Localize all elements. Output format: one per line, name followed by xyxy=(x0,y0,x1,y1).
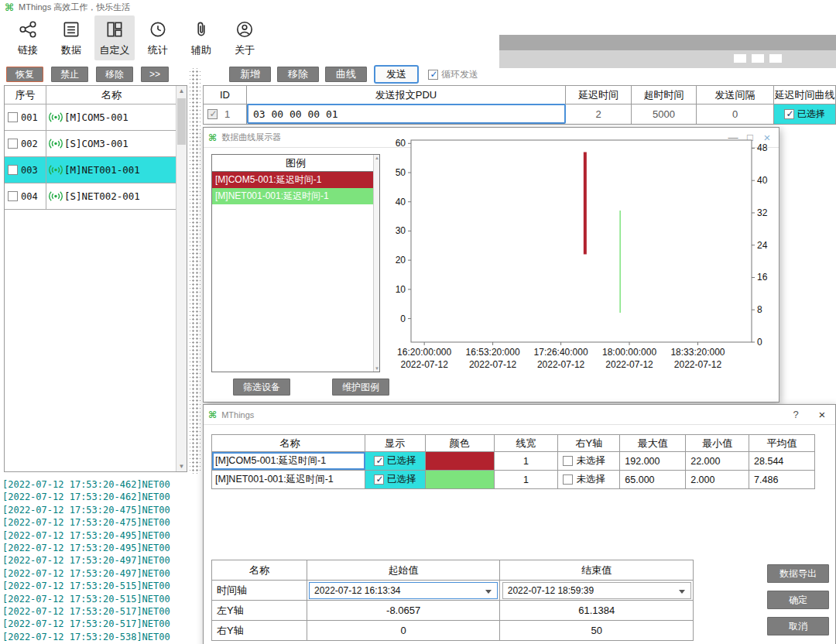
series-row[interactable]: [M]COM5-001:延迟时间-1 已选择 1 未选择 192.000 22.… xyxy=(212,452,815,471)
device-row[interactable]: 002 [S]COM3-001 xyxy=(5,131,187,157)
device-table-scrollbar[interactable]: ▲ ▼ xyxy=(176,86,187,471)
device-index: 003 xyxy=(21,165,38,176)
mdi-maximize-button[interactable] xyxy=(752,54,764,63)
legend-header: 图例 xyxy=(212,155,379,172)
toolbar-item-data[interactable]: 数据 xyxy=(51,15,91,60)
loop-send-option[interactable]: 循环发送 xyxy=(428,68,478,81)
linewidth-cell[interactable]: 1 xyxy=(495,471,559,488)
device-row[interactable]: 004 [S]NET002-001 xyxy=(5,183,187,210)
series-name-cell[interactable]: [M]NET001-001:延迟时间-1 xyxy=(212,471,365,488)
row-checkbox[interactable] xyxy=(8,191,18,201)
device-index: 004 xyxy=(21,191,38,202)
dialog-titlebar[interactable]: ⌘ MThings ? × xyxy=(204,405,835,425)
send-table-row[interactable]: 1 03 00 00 00 01 2 5000 0 已选择 xyxy=(204,104,836,125)
curve-settings-dialog: ⌘ MThings ? × 名称 显示 颜色 线宽 右Y轴 最大值 最小值 平均… xyxy=(203,404,836,644)
avg-cell: 28.544 xyxy=(749,452,815,470)
toolbar-item-stats[interactable]: 统计 xyxy=(138,15,178,60)
color-swatch[interactable] xyxy=(426,471,495,488)
close-icon[interactable]: × xyxy=(814,405,831,424)
disable-button[interactable]: 禁止 xyxy=(51,67,88,82)
delay-value[interactable]: 2 xyxy=(566,104,632,124)
legend-item[interactable]: [M]COM5-001:延迟时间-1 xyxy=(212,172,373,188)
row-checkbox[interactable] xyxy=(8,165,18,175)
ok-button[interactable]: 确定 xyxy=(767,591,829,609)
right-y-start[interactable]: 0 xyxy=(307,621,501,640)
toolbar-item-about[interactable]: 关于 xyxy=(224,15,265,60)
axis-name: 时间轴 xyxy=(212,581,307,600)
curve-button[interactable]: 曲线 xyxy=(325,67,367,82)
remove-device-button[interactable]: 移除 xyxy=(96,67,133,82)
mdi-minimize-button[interactable] xyxy=(734,54,746,63)
interval-value[interactable]: 0 xyxy=(697,104,774,124)
toolbar-item-custom[interactable]: 自定义 xyxy=(94,15,135,60)
row-checkbox[interactable] xyxy=(8,112,18,122)
scrollbar-thumb[interactable] xyxy=(177,98,186,145)
column-header-index: 序号 xyxy=(5,86,46,104)
loop-send-checkbox[interactable] xyxy=(428,70,438,80)
series-row[interactable]: [M]NET001-001:延迟时间-1 已选择 1 未选择 65.000 2.… xyxy=(212,471,815,489)
timeout-value[interactable]: 5000 xyxy=(632,104,697,124)
curve-selected-cell[interactable]: 已选择 xyxy=(774,104,836,124)
toolbar-item-assist[interactable]: 辅助 xyxy=(181,15,221,60)
add-button[interactable]: 新增 xyxy=(229,67,271,82)
legend-item[interactable]: [M]NET001-001:延迟时间-1 xyxy=(212,188,373,204)
righty-cell[interactable]: 未选择 xyxy=(558,452,620,470)
restore-button[interactable]: 恢复 xyxy=(6,67,43,82)
column-header-max: 最大值 xyxy=(620,435,686,451)
panel-splitter[interactable] xyxy=(190,68,200,474)
time-end-dropdown[interactable]: 2022-07-12 18:59:39 xyxy=(502,582,691,599)
filter-devices-button[interactable]: 筛选设备 xyxy=(233,379,290,396)
righty-checkbox[interactable] xyxy=(563,456,573,466)
maintain-legend-button[interactable]: 维护图例 xyxy=(332,379,389,396)
custom-icon xyxy=(104,19,125,42)
scroll-down-icon[interactable]: ▼ xyxy=(375,366,379,371)
scroll-up-icon[interactable]: ▲ xyxy=(375,156,379,160)
legend-scrollbar[interactable]: ▲ ▼ xyxy=(373,155,379,372)
app-title: MThings 高效工作，快乐生活 xyxy=(19,2,130,13)
send-button[interactable]: 发送 xyxy=(374,65,419,84)
left-y-end[interactable]: 61.1384 xyxy=(500,601,694,620)
display-checkbox[interactable] xyxy=(374,474,384,485)
signal-icon xyxy=(48,138,63,149)
svg-text:40: 40 xyxy=(396,197,406,207)
remove-pdu-button[interactable]: 移除 xyxy=(277,67,319,82)
help-icon[interactable]: ? xyxy=(787,405,804,424)
scroll-down-icon[interactable]: ▼ xyxy=(176,463,187,470)
log-line: [2022-07-12 17:53:20-462]NET00 xyxy=(2,491,190,503)
curve-checkbox[interactable] xyxy=(784,109,794,119)
min-cell: 2.000 xyxy=(686,471,749,488)
display-checkbox[interactable] xyxy=(374,456,384,466)
pdu-row-checkbox[interactable] xyxy=(207,109,218,119)
time-start-dropdown[interactable]: 2022-07-12 16:13:34 xyxy=(309,582,498,599)
device-row-selected[interactable]: 003 [M]NET001-001 xyxy=(5,157,187,183)
device-row[interactable]: 001 [M]COM5-001 xyxy=(5,104,187,131)
svg-text:24: 24 xyxy=(757,240,768,251)
toolbar-item-link[interactable]: 链接 xyxy=(8,15,48,60)
svg-text:8: 8 xyxy=(757,304,762,315)
column-header-display: 显示 xyxy=(365,435,426,451)
left-y-start[interactable]: -8.0657 xyxy=(307,601,501,620)
righty-cell[interactable]: 未选择 xyxy=(558,471,620,488)
cancel-button[interactable]: 取消 xyxy=(767,617,829,635)
row-checkbox[interactable] xyxy=(8,139,18,149)
right-y-end[interactable]: 50 xyxy=(500,621,694,640)
link-icon xyxy=(18,19,38,42)
righty-checkbox[interactable] xyxy=(563,474,573,485)
display-cell[interactable]: 已选择 xyxy=(365,471,426,488)
export-data-button[interactable]: 数据导出 xyxy=(767,564,829,583)
pdu-input[interactable]: 03 00 00 00 01 xyxy=(247,104,566,124)
display-cell[interactable]: 已选择 xyxy=(365,452,426,470)
dialog-title: MThings xyxy=(221,410,254,420)
color-swatch[interactable] xyxy=(426,452,495,470)
mdi-close-button[interactable] xyxy=(769,54,782,63)
expand-button[interactable]: >> xyxy=(141,67,169,82)
series-name-cell[interactable]: [M]COM5-001:延迟时间-1 xyxy=(212,452,365,470)
svg-text:0: 0 xyxy=(400,313,406,324)
log-line: [2022-07-12 17:53:20-462]NET00 xyxy=(2,478,190,491)
svg-text:16:53:20:000: 16:53:20:000 xyxy=(466,347,520,358)
scroll-up-icon[interactable]: ▲ xyxy=(176,87,187,94)
max-cell: 65.000 xyxy=(620,471,686,488)
svg-text:30: 30 xyxy=(396,225,406,236)
svg-text:2022-07-12: 2022-07-12 xyxy=(537,359,585,370)
linewidth-cell[interactable]: 1 xyxy=(495,452,559,470)
